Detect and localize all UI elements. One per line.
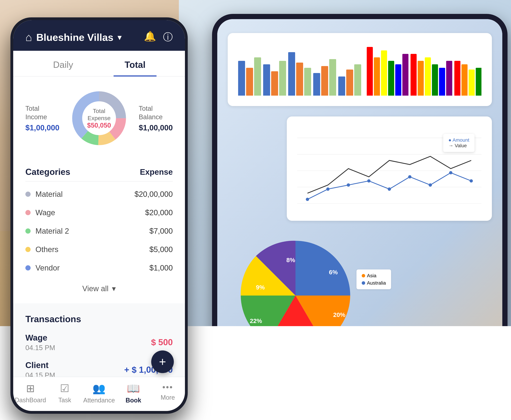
tabs-bar: Daily Total [13, 51, 185, 76]
nav-book-label: Book [126, 397, 141, 404]
transaction-wage-amount: $ 500 [151, 337, 173, 347]
task-icon: ☑ [60, 382, 69, 394]
nav-task[interactable]: ☑ Task [48, 382, 82, 404]
phone-header: ⌂ Blueshine Villas ▾ 🔔 ⓘ [13, 20, 185, 51]
transaction-client-time: 04.15 PM [25, 371, 55, 377]
svg-text:20%: 20% [333, 311, 345, 318]
category-name-material: Material [36, 190, 63, 199]
category-left-others: Others [25, 245, 58, 254]
svg-text:6%: 6% [329, 269, 338, 276]
nav-book[interactable]: 📖 Book [116, 382, 151, 404]
svg-point-6 [326, 188, 330, 191]
transaction-wage-name: Wage [25, 333, 55, 343]
tablet-overlay: ● Amount → Value [217, 19, 502, 374]
category-item-others: Others $5,000 [25, 240, 173, 259]
donut-section: TotalIncome $1,00,000 [13, 76, 185, 160]
category-dot-vendor [25, 265, 30, 270]
view-all-row[interactable]: View all ▾ [25, 277, 173, 296]
category-item-material: Material $20,00,000 [25, 185, 173, 203]
app-name: Blueshine Villas [36, 31, 113, 43]
book-icon: 📖 [127, 382, 140, 395]
transaction-client-name: Client [25, 360, 55, 370]
tab-daily[interactable]: Daily [27, 51, 99, 76]
header-left: ⌂ Blueshine Villas ▾ [25, 31, 122, 44]
more-icon: ••• [162, 382, 173, 392]
view-all-text[interactable]: View all [82, 284, 109, 293]
nav-more[interactable]: ••• More [150, 382, 185, 404]
transaction-wage-time: 04.15 PM [25, 344, 55, 352]
header-icons: 🔔 ⓘ [144, 30, 173, 44]
svg-point-5 [306, 198, 309, 201]
transactions-title: Transactions [25, 314, 173, 324]
nav-dashboard[interactable]: ⊞ DashBoard [13, 382, 48, 404]
category-left: Material [25, 190, 63, 199]
donut-chart: TotalExpense $50,050 [68, 87, 130, 150]
total-balance-value: $1,00,000 [139, 123, 173, 132]
total-income-stat: TotalIncome $1,00,000 [25, 104, 59, 132]
categories-section: Categories Expense Material $20,00,000 W… [13, 160, 185, 303]
attendance-icon: 👥 [92, 382, 105, 395]
category-dot-wage [25, 210, 30, 215]
transaction-wage-info: Wage 04.15 PM [25, 333, 55, 352]
divider [25, 181, 173, 181]
nav-attendance[interactable]: 👥 Attendance [82, 382, 116, 404]
category-item-wage: Wage $20,000 [25, 203, 173, 222]
bell-icon[interactable]: 🔔 [144, 30, 156, 44]
tablet-frame: ● Amount → Value [212, 14, 508, 379]
svg-text:22%: 22% [250, 317, 262, 324]
info-icon[interactable]: ⓘ [163, 30, 173, 44]
total-balance-label: TotalBalance [139, 104, 173, 121]
svg-point-12 [449, 171, 452, 174]
fab-plus-icon: + [159, 355, 166, 369]
category-name-others: Others [36, 245, 58, 254]
category-dot-material [25, 192, 30, 197]
tablet-screen: ● Amount → Value [217, 19, 502, 374]
category-amount-vendor: $1,000 [149, 263, 173, 272]
donut-center: TotalExpense $50,050 [87, 107, 111, 129]
category-name-wage: Wage [36, 208, 55, 217]
view-all-chevron[interactable]: ▾ [112, 284, 116, 293]
home-icon[interactable]: ⌂ [25, 31, 32, 44]
svg-point-8 [367, 179, 370, 182]
phone-content: Daily Total TotalIncome $1,00,000 [13, 51, 185, 377]
category-dot-material2 [25, 228, 30, 234]
tab-total[interactable]: Total [99, 51, 171, 76]
category-amount-wage: $20,000 [145, 208, 173, 217]
dashboard-icon: ⊞ [26, 382, 35, 394]
svg-text:9%: 9% [256, 284, 265, 291]
total-income-label: TotalIncome [25, 104, 59, 121]
donut-center-label: TotalExpense [87, 107, 111, 122]
transaction-wage: Wage 04.15 PM $ 500 [25, 333, 173, 352]
category-amount-others: $5,000 [149, 245, 173, 254]
fab-button[interactable]: + [151, 351, 174, 373]
categories-title: Categories [25, 167, 70, 177]
category-item-material2: Material 2 $7,000 [25, 222, 173, 240]
dropdown-icon[interactable]: ▾ [118, 32, 122, 42]
svg-point-11 [429, 183, 432, 187]
svg-text:8%: 8% [286, 257, 295, 263]
svg-point-13 [470, 179, 473, 182]
nav-dashboard-label: DashBoard [15, 397, 46, 404]
total-balance-stat: TotalBalance $1,00,000 [139, 104, 173, 132]
svg-point-7 [347, 183, 350, 187]
transaction-client: Client 04.15 PM + $ 1,00,000 [25, 360, 173, 377]
total-income-value: $1,00,000 [25, 123, 59, 132]
category-amount-material: $20,00,000 [134, 190, 173, 199]
expense-label: Expense [140, 167, 173, 177]
svg-point-9 [388, 188, 391, 191]
category-left-material2: Material 2 [25, 227, 69, 235]
category-left-wage: Wage [25, 208, 55, 217]
category-item-vendor: Vendor $1,000 [25, 259, 173, 277]
categories-header: Categories Expense [25, 160, 173, 181]
nav-attendance-label: Attendance [83, 397, 115, 404]
category-amount-material2: $7,000 [149, 227, 173, 235]
category-name-material2: Material 2 [36, 227, 69, 235]
category-dot-others [25, 247, 30, 252]
nav-task-label: Task [58, 397, 71, 404]
donut-center-value: $50,050 [87, 121, 111, 129]
category-left-vendor: Vendor [25, 263, 60, 272]
nav-more-label: More [161, 394, 175, 401]
bottom-nav: ⊞ DashBoard ☑ Task 👥 Attendance 📖 Book •… [13, 377, 185, 411]
transaction-client-info: Client 04.15 PM [25, 360, 55, 377]
category-name-vendor: Vendor [36, 263, 60, 272]
